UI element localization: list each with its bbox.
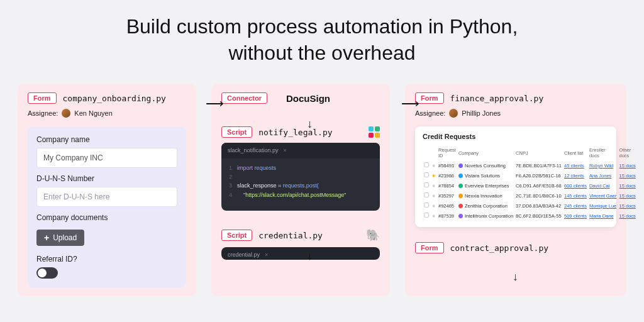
star-icon[interactable]: ★	[431, 173, 436, 179]
col-header: Other docs	[618, 145, 637, 160]
row-checkbox[interactable]	[424, 162, 429, 167]
star-icon[interactable]: ★	[431, 213, 436, 219]
row-checkbox[interactable]	[424, 213, 429, 218]
docusign-logo: DocuSign	[286, 93, 330, 104]
form-card-finance: Form finance_approval.py Assignee: Phill…	[405, 84, 626, 296]
clients-link[interactable]: 509 clients	[564, 213, 587, 219]
docs-link[interactable]: 15 docs	[619, 183, 636, 189]
postgres-icon: 🐘	[366, 228, 380, 242]
filename-notify-legal: notify_legal.py	[258, 128, 332, 137]
star-icon[interactable]: ★	[431, 203, 436, 209]
filename-contract: contract_approval.py	[450, 243, 549, 253]
form-panel: Company name D-U-N-S Number Company docu…	[28, 126, 186, 287]
label-company-name: Company name	[36, 135, 177, 144]
table-row[interactable]: ★ #87539 Intellitronix Corporation 8C.6F…	[423, 211, 637, 221]
company-name-input[interactable]	[36, 148, 177, 168]
badge-connector: Connector	[221, 92, 267, 104]
badge-script: Script	[221, 126, 252, 138]
assignee-name-2: Phillip Jones	[462, 109, 501, 117]
table-row[interactable]: ★ #23986 Vistara Solutions F6.A28.D2B/58…	[423, 170, 637, 180]
code-editor-credential: credential.py×	[221, 247, 380, 260]
arrow-down-icon-2: ↓	[307, 250, 313, 263]
close-tab-icon-2[interactable]: ×	[265, 250, 268, 259]
badge-script-2: Script	[221, 230, 252, 241]
clients-link[interactable]: 245 clients	[564, 203, 587, 209]
plus-icon: +	[44, 233, 49, 242]
editor-tab-2[interactable]: credential.py	[228, 250, 260, 259]
row-checkbox[interactable]	[424, 182, 429, 187]
col-header: Request ID	[437, 145, 457, 160]
enroller-link[interactable]: David Cal	[589, 183, 610, 189]
form-card-onboarding: Form company_onboarding.py Assignee: Ken…	[18, 84, 196, 296]
badge-form-3: Form	[415, 242, 444, 253]
avatar-icon-2	[449, 109, 458, 118]
col-header: Enroller docs	[588, 145, 618, 160]
arrow-down-icon-3: ↓	[513, 270, 518, 284]
slack-icon	[369, 126, 380, 138]
close-tab-icon[interactable]: ×	[284, 146, 287, 155]
avatar-icon	[62, 109, 70, 118]
docs-link[interactable]: 15 docs	[619, 163, 636, 169]
row-checkbox[interactable]	[424, 172, 429, 177]
docs-link[interactable]: 15 docs	[619, 213, 636, 219]
clients-link[interactable]: 45 clients	[564, 163, 584, 169]
docs-link[interactable]: 15 docs	[619, 173, 636, 179]
enroller-link[interactable]: Robyn Wild	[589, 163, 613, 169]
label-duns: D-U-N-S Number	[36, 174, 177, 183]
table-row[interactable]: ★ #92465 Zenithia Corporation 37.DD6.83A…	[423, 201, 637, 211]
row-checkbox[interactable]	[424, 203, 429, 208]
clients-link[interactable]: 12 clients	[564, 173, 584, 179]
filename-finance: finance_approval.py	[450, 94, 544, 103]
hero-title: Build custom process automation in Pytho…	[0, 0, 644, 84]
enroller-link[interactable]: Monique Lue	[589, 203, 616, 209]
badge-form: Form	[28, 92, 57, 104]
col-header: Client list	[563, 145, 588, 160]
table-title: Credit Requests	[423, 133, 609, 140]
upload-button[interactable]: +Upload	[36, 230, 84, 246]
enroller-link[interactable]: Maria Dane	[589, 213, 614, 219]
enroller-link[interactable]: Vincent Gaer	[589, 193, 617, 199]
arrow-right-icon: ⟶	[206, 96, 224, 111]
star-icon[interactable]: ★	[431, 183, 436, 189]
docs-link[interactable]: 15 docs	[619, 203, 636, 209]
table-row[interactable]: ★ #35297 Nexxia Innovation 2C.71E.8D1/B8…	[423, 191, 637, 201]
referral-toggle[interactable]	[36, 267, 58, 279]
clients-link[interactable]: 600 clients	[564, 183, 587, 189]
table-row[interactable]: ★ #58493 Novetus Consulting 7E.BDE.B01/A…	[423, 160, 637, 170]
filename-credential: credential.py	[258, 231, 323, 240]
docs-link[interactable]: 15 docs	[619, 193, 636, 199]
arrow-right-icon-2: ⟶	[401, 96, 419, 111]
label-referral: Referral ID?	[36, 255, 177, 264]
col-header: CNPJ	[514, 145, 563, 160]
star-icon[interactable]: ★	[431, 163, 436, 169]
code-editor-slack: slack_notification.py× 1import requests …	[221, 143, 380, 211]
assignee-label: Assignee:	[28, 109, 58, 117]
label-company-docs: Company documents	[36, 213, 177, 222]
assignee-name: Ken Nguyen	[74, 109, 113, 117]
clients-link[interactable]: 145 clients	[564, 193, 587, 199]
row-checkbox[interactable]	[424, 192, 429, 197]
table-row[interactable]: ★ #78854 Everview Enterprises C6.D91.A6F…	[423, 180, 637, 191]
connector-card: Connector DocuSign Script notify_legal.p…	[211, 84, 390, 296]
star-icon[interactable]: ★	[431, 193, 436, 199]
filename-onboarding: company_onboarding.py	[63, 94, 166, 103]
editor-tab[interactable]: slack_notification.py	[228, 146, 279, 155]
enroller-link[interactable]: Ana Jones	[589, 173, 611, 179]
credit-requests-table: Credit Requests Request IDCompanyCNPJCli…	[415, 126, 616, 227]
arrow-down-icon: ↓	[307, 118, 313, 131]
col-header: Company	[457, 145, 514, 160]
duns-input[interactable]	[36, 187, 177, 207]
assignee-label-2: Assignee:	[415, 109, 445, 117]
